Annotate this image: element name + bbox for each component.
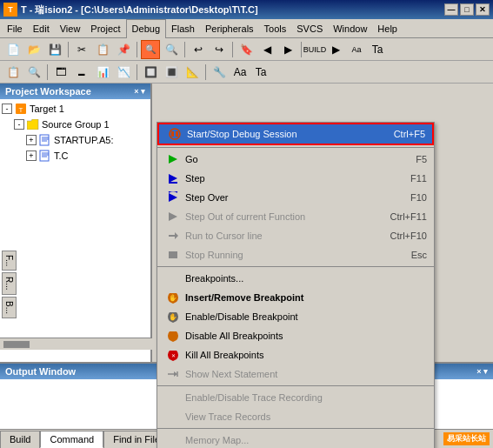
svg-text:✕: ✕: [171, 353, 176, 358]
title-text: T - 瑞ision2 - [C:\Users\Administrator\De…: [21, 3, 444, 17]
next-btn[interactable]: ▶: [278, 40, 297, 59]
find-btn[interactable]: 🔍: [162, 40, 181, 59]
debug-menu-item-memory-map: Memory Map...: [157, 431, 434, 448]
toolbar2-btn8[interactable]: 🔳: [162, 63, 181, 82]
menu-item-flash[interactable]: Flash: [166, 19, 200, 38]
debug-menu-item-enable-bp[interactable]: ✋Enable/Disable Breakpoint: [157, 307, 434, 326]
svg-rect-2: [40, 135, 49, 145]
new-file-btn[interactable]: 📄: [3, 40, 23, 59]
cut-btn[interactable]: ✂: [72, 40, 91, 59]
tree-expander[interactable]: -: [2, 104, 12, 114]
toolbar2-btn9[interactable]: 📐: [183, 63, 202, 82]
menu-item-window[interactable]: Window: [328, 19, 372, 38]
menu-item-file[interactable]: File: [2, 19, 28, 38]
debug-menu-item-start-stop[interactable]: Start/Stop Debug SessionCtrl+F5: [157, 123, 434, 145]
toolbar2-btn12[interactable]: Ta: [251, 63, 270, 82]
text-btn[interactable]: Aa: [347, 40, 366, 59]
debug-menu-item-go[interactable]: GoF5: [157, 150, 434, 169]
paste-btn[interactable]: 📌: [114, 40, 133, 59]
debug-menu-item-step[interactable]: StepF11: [157, 169, 434, 188]
reg-tab[interactable]: R...: [2, 272, 17, 295]
minimize-button[interactable]: —: [444, 3, 458, 16]
svg-text:T: T: [19, 106, 23, 114]
tree-expander[interactable]: +: [26, 135, 37, 145]
menu-item-peripherals[interactable]: Peripherals: [200, 19, 259, 38]
svg-rect-6: [40, 150, 49, 161]
menu-item-svcs[interactable]: SVCS: [291, 19, 328, 38]
tree-item-Target-1[interactable]: -TTarget 1: [2, 101, 149, 117]
menu-item-label: Enable/Disable Trace Recording: [185, 392, 427, 403]
menu-item-shortcut: Esc: [411, 250, 427, 260]
tree-item-TC[interactable]: +T.C: [2, 148, 149, 164]
debug-menu-item-insert-bp[interactable]: ✋Insert/Remove Breakpoint: [157, 288, 434, 307]
tree-expander[interactable]: -: [14, 119, 24, 130]
menu-item-label: Step Over: [185, 192, 403, 203]
app-icon: T: [3, 3, 17, 17]
toolbar2-btn1[interactable]: 📋: [3, 63, 23, 82]
tree-expander[interactable]: +: [26, 150, 37, 161]
menu-item-shortcut: F10: [410, 192, 427, 203]
open-btn[interactable]: 📂: [24, 40, 43, 59]
close-button[interactable]: ✕: [476, 3, 490, 16]
debug-menu-item-stop: Stop RunningEsc: [157, 245, 434, 264]
menu-item-project[interactable]: Project: [85, 19, 125, 38]
menu-item-icon: [164, 229, 182, 243]
menu-item-tools[interactable]: Tools: [259, 19, 292, 38]
tree-item-label: STARTUP.A5:: [54, 135, 113, 145]
bookmark-btn[interactable]: 🔖: [237, 40, 256, 59]
menu-item-debug[interactable]: Debug: [126, 19, 166, 38]
svg-rect-20: [169, 251, 177, 258]
menu-separator: [157, 385, 434, 386]
status-tab-command[interactable]: Command: [40, 431, 103, 448]
redo-btn[interactable]: ↪: [210, 40, 229, 59]
tree-item-label: T.C: [54, 150, 69, 161]
copy-btn[interactable]: 📋: [93, 40, 112, 59]
svg-text:✋: ✋: [169, 293, 177, 302]
debug-menu-item-step-over[interactable]: Step OverF10: [157, 188, 434, 207]
tree-item-Source-Group-1[interactable]: -Source Group 1: [2, 117, 149, 132]
toolbar2-btn4[interactable]: 🗕: [72, 63, 91, 82]
toolbar2-btn10[interactable]: 🔧: [210, 63, 229, 82]
debug-menu-item-disable-all-bp[interactable]: Disable All Breakpoints: [157, 326, 434, 345]
menu-item-help[interactable]: Help: [372, 19, 403, 38]
menu-separator: [157, 428, 434, 429]
menu-item-icon: ✋: [164, 310, 182, 324]
sep2: [137, 42, 137, 57]
sidebar-scrollbar[interactable]: [0, 338, 152, 350]
menu-item-view[interactable]: View: [55, 19, 86, 38]
debug-menu-item-kill-all-bp[interactable]: ✕Kill All Breakpoints: [157, 345, 434, 364]
toolbar-2: 📋 🔍 🗔 🗕 📊 📉 🔲 🔳 📐 🔧 Aa Ta: [0, 61, 493, 84]
tree-item-icon: [38, 149, 52, 163]
prev-btn[interactable]: ◀: [257, 40, 276, 59]
toolbar2-btn11[interactable]: Aa: [230, 63, 250, 82]
toolbar2-btn7[interactable]: 🔲: [141, 63, 160, 82]
run-btn[interactable]: ▶: [326, 40, 345, 59]
file-tab[interactable]: F...: [2, 251, 17, 271]
tree-item-STARTUPA5[interactable]: +STARTUP.A5:: [2, 132, 149, 148]
debug-start-btn[interactable]: 🔍: [141, 40, 160, 59]
menu-item-icon: [164, 210, 182, 224]
svg-rect-11: [171, 131, 174, 137]
build-btn[interactable]: BUILD: [305, 40, 324, 59]
menu-item-icon: [164, 391, 182, 405]
undo-btn[interactable]: ↩: [189, 40, 208, 59]
save-btn[interactable]: 💾: [45, 40, 64, 59]
menu-item-shortcut: Ctrl+F11: [390, 211, 428, 222]
toolbar2-btn3[interactable]: 🗔: [51, 63, 70, 82]
toolbar2-btn2[interactable]: 🔍: [24, 63, 43, 82]
extra-btn[interactable]: Ta: [368, 40, 387, 59]
menu-item-edit[interactable]: Edit: [28, 19, 55, 38]
maximize-button[interactable]: □: [460, 3, 474, 16]
book-tab[interactable]: B...: [2, 297, 17, 318]
sep5: [301, 42, 302, 57]
toolbar2-btn6[interactable]: 📉: [114, 63, 133, 82]
sep1: [68, 42, 69, 57]
menu-item-icon: [164, 191, 182, 204]
menu-item-label: Step Out of current Function: [185, 211, 383, 222]
status-tab-build[interactable]: Build: [0, 431, 40, 448]
toolbar2-btn5[interactable]: 📊: [93, 63, 112, 82]
menu-item-shortcut: F5: [416, 154, 427, 164]
toolbar-1: 📄 📂 💾 ✂ 📋 📌 🔍 🔍 ↩ ↪ 🔖 ◀ ▶ BUILD ▶ Aa Ta: [0, 38, 493, 61]
menu-item-icon: [164, 410, 182, 424]
debug-menu-item-breakpoints[interactable]: Breakpoints...: [157, 269, 434, 288]
